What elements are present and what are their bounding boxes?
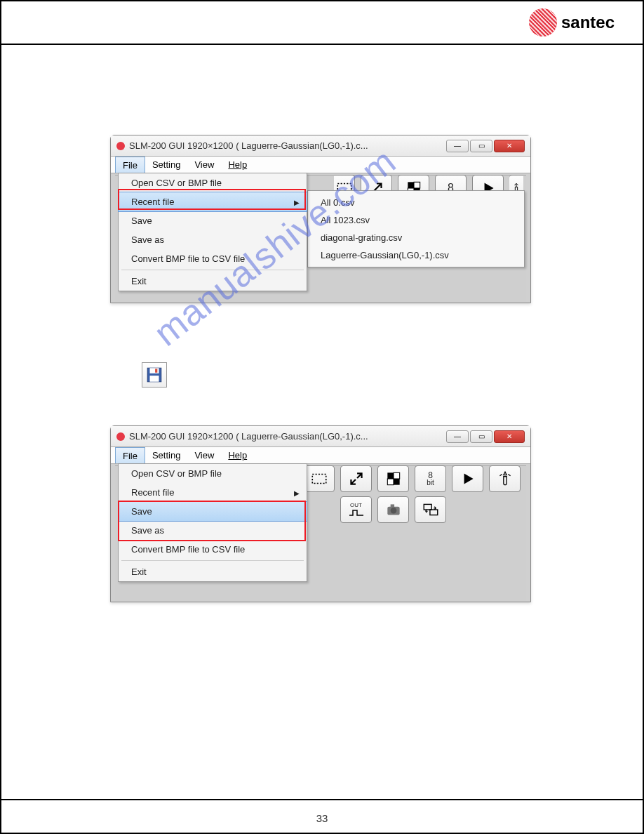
app-window-1: SLM-200 GUI 1920×1200 ( Laguerre-Gaussia… bbox=[110, 135, 531, 303]
svg-rect-8 bbox=[155, 369, 157, 372]
menu-recent-label: Recent file bbox=[131, 487, 174, 498]
menu-open-csv-bmp[interactable]: Open CSV or BMP file bbox=[119, 173, 307, 192]
menu-convert[interactable]: Convert BMP file to CSV file bbox=[119, 540, 307, 559]
toolbar-screens-icon[interactable] bbox=[415, 496, 446, 523]
menu-file[interactable]: File bbox=[115, 157, 145, 173]
menu-recent-label: Recent file bbox=[131, 197, 174, 207]
window-title: SLM-200 GUI 1920×1200 ( Laguerre-Gaussia… bbox=[129, 431, 446, 442]
app-icon bbox=[116, 432, 125, 441]
header-rule bbox=[1, 44, 643, 45]
toolbar-checker-icon[interactable] bbox=[377, 465, 409, 492]
menu-file[interactable]: File bbox=[115, 447, 145, 463]
toolbar-play-icon[interactable] bbox=[452, 465, 483, 492]
submenu-arrow-icon: ▶ bbox=[294, 489, 300, 496]
menu-exit[interactable]: Exit bbox=[119, 272, 307, 291]
file-dropdown: Open CSV or BMP file Recent file ▶ Save … bbox=[118, 173, 307, 291]
menu-save-as[interactable]: Save as bbox=[119, 230, 307, 249]
svg-rect-9 bbox=[312, 475, 326, 484]
toolbar-resize-icon[interactable] bbox=[340, 465, 372, 492]
recent-file-3[interactable]: diagonal-grating.csv bbox=[308, 229, 524, 246]
menu-recent-file[interactable]: Recent file ▶ bbox=[118, 192, 307, 212]
menu-separator bbox=[121, 270, 304, 270]
toolbar-row-1: 8 bit bbox=[303, 465, 521, 492]
menu-recent-file[interactable]: Recent file ▶ bbox=[119, 483, 307, 502]
menu-help[interactable]: Help bbox=[221, 157, 254, 173]
document-page: santec manualshive.com SLM-200 GUI 1920×… bbox=[0, 0, 644, 834]
window-controls: — ▭ ✕ bbox=[446, 140, 525, 152]
maximize-button[interactable]: ▭ bbox=[470, 140, 492, 152]
recent-file-1[interactable]: All 0.csv bbox=[308, 194, 524, 211]
menu-open-csv-bmp[interactable]: Open CSV or BMP file bbox=[119, 464, 307, 483]
svg-rect-7 bbox=[150, 376, 159, 382]
toolbar-8bit-button[interactable]: 8 bit bbox=[415, 465, 446, 492]
svg-point-15 bbox=[390, 508, 396, 514]
toolbar-camera-icon[interactable] bbox=[377, 496, 409, 523]
menubar: File Setting View Help bbox=[111, 447, 530, 464]
app-window-2: SLM-200 GUI 1920×1200 ( Laguerre-Gaussia… bbox=[110, 425, 531, 602]
minimize-button[interactable]: — bbox=[446, 430, 469, 443]
close-button[interactable]: ✕ bbox=[494, 140, 525, 152]
close-button[interactable]: ✕ bbox=[494, 430, 525, 443]
file-dropdown: Open CSV or BMP file Recent file ▶ Save … bbox=[118, 463, 307, 582]
footer-rule bbox=[1, 799, 643, 800]
menu-save-as[interactable]: Save as bbox=[119, 521, 307, 540]
submenu-arrow-icon: ▶ bbox=[294, 198, 300, 206]
menu-setting[interactable]: Setting bbox=[145, 157, 187, 173]
toolbar-8bit-sub: bit bbox=[427, 479, 434, 486]
toolbar-out-label: OUT bbox=[350, 503, 362, 508]
toolbar-row-2: OUT bbox=[340, 496, 446, 523]
svg-rect-18 bbox=[429, 510, 437, 515]
santec-logo: santec bbox=[529, 8, 615, 37]
recent-file-2[interactable]: All 1023.csv bbox=[308, 211, 524, 229]
svg-rect-11 bbox=[394, 479, 400, 485]
svg-rect-1 bbox=[408, 182, 414, 188]
toolbar-out-icon[interactable]: OUT bbox=[340, 496, 372, 523]
maximize-button[interactable]: ▭ bbox=[470, 430, 492, 443]
recent-file-submenu: All 0.csv All 1023.csv diagonal-grating.… bbox=[307, 190, 525, 267]
menu-help[interactable]: Help bbox=[221, 447, 254, 463]
svg-rect-12 bbox=[394, 472, 400, 479]
recent-file-4[interactable]: Laguerre-Gaussian(LG0,-1).csv bbox=[308, 246, 524, 264]
svg-rect-13 bbox=[387, 479, 394, 485]
menubar: File Setting View Help bbox=[111, 157, 530, 173]
titlebar: SLM-200 GUI 1920×1200 ( Laguerre-Gaussia… bbox=[111, 426, 530, 447]
window-title: SLM-200 GUI 1920×1200 ( Laguerre-Gaussia… bbox=[129, 140, 446, 151]
svg-rect-3 bbox=[414, 182, 420, 188]
menu-save[interactable]: Save bbox=[119, 211, 307, 230]
menu-exit[interactable]: Exit bbox=[119, 562, 307, 581]
menu-separator bbox=[121, 560, 304, 561]
minimize-button[interactable]: — bbox=[446, 140, 469, 152]
logo-mark-icon bbox=[529, 8, 557, 37]
toolbar-dashed-icon[interactable] bbox=[303, 465, 335, 492]
menu-save[interactable]: Save bbox=[118, 501, 307, 522]
svg-rect-6 bbox=[150, 368, 159, 373]
svg-rect-16 bbox=[390, 504, 394, 507]
svg-rect-17 bbox=[424, 504, 431, 510]
menu-convert[interactable]: Convert BMP file to CSV file bbox=[119, 249, 307, 268]
menu-setting[interactable]: Setting bbox=[145, 447, 187, 463]
titlebar: SLM-200 GUI 1920×1200 ( Laguerre-Gaussia… bbox=[111, 135, 530, 157]
page-number: 33 bbox=[1, 812, 643, 824]
menu-view[interactable]: View bbox=[187, 447, 221, 463]
menu-view[interactable]: View bbox=[187, 157, 221, 173]
window-controls: — ▭ ✕ bbox=[446, 430, 525, 443]
toolbar-tap-icon[interactable] bbox=[489, 465, 521, 492]
logo-text: santec bbox=[561, 13, 615, 32]
svg-rect-10 bbox=[387, 472, 394, 479]
app-icon bbox=[116, 142, 125, 150]
save-floppy-icon bbox=[142, 362, 167, 388]
